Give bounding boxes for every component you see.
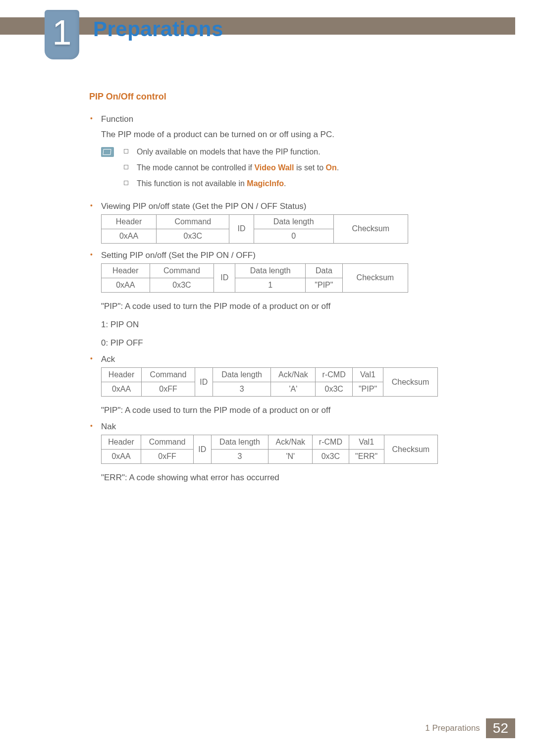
- th-acknak: Ack/Nak: [268, 435, 313, 450]
- footer-bar: 1 Preparations 52: [419, 718, 515, 738]
- pip-off: 0: PIP OFF: [101, 336, 451, 350]
- th-id: ID: [214, 263, 235, 292]
- th-checksum: Checksum: [383, 368, 438, 397]
- viewing-label: Viewing PIP on/off state (Get the PIP ON…: [101, 202, 307, 211]
- td-val1: "ERR": [349, 450, 384, 464]
- chapter-title: Preparations: [93, 17, 223, 41]
- td-acknak: 'N': [268, 450, 313, 464]
- pip-on: 1: PIP ON: [101, 318, 451, 331]
- td-acknak: 'A': [271, 382, 316, 397]
- note-item: Only available on models that have the P…: [123, 146, 339, 158]
- th-datalen: Data length: [235, 263, 306, 278]
- list-item: Function The PIP mode of a product can b…: [89, 114, 451, 194]
- function-label: Function: [101, 114, 133, 124]
- note-block: Only available on models that have the P…: [101, 146, 451, 194]
- th-val1: Val1: [352, 368, 383, 382]
- err-desc: "ERR": A code showing what error has occ…: [101, 471, 451, 484]
- chapter-number: 1: [53, 15, 72, 54]
- th-command: Command: [150, 263, 214, 278]
- td-val1: "PIP": [352, 382, 383, 397]
- th-acknak: Ack/Nak: [271, 368, 316, 382]
- th-id: ID: [229, 214, 254, 243]
- td-rcmd: 0x3C: [313, 450, 349, 464]
- function-desc: The PIP mode of a product can be turned …: [101, 128, 451, 141]
- td-command: 0xFF: [141, 450, 194, 464]
- th-checksum: Checksum: [384, 435, 437, 464]
- page-content: PIP On/Off control Function The PIP mode…: [89, 92, 451, 489]
- highlight: On: [326, 163, 337, 172]
- td-command: 0x3C: [157, 229, 229, 243]
- ack-label: Ack: [101, 354, 115, 364]
- pip-desc: "PIP": A code used to turn the PIP mode …: [101, 300, 451, 313]
- th-command: Command: [141, 435, 194, 450]
- td-datalen: 3: [213, 382, 271, 397]
- note-icon: [101, 147, 114, 157]
- th-checksum: Checksum: [333, 214, 408, 243]
- list-item: Ack Header Command ID Data length Ack/Na…: [89, 354, 451, 417]
- th-header: Header: [102, 263, 150, 278]
- highlight: MagicInfo: [247, 179, 284, 188]
- list-item: Nak Header Command ID Data length Ack/Na…: [89, 422, 451, 484]
- th-data: Data: [305, 263, 342, 278]
- footer-page: 52: [486, 718, 515, 738]
- td-rcmd: 0x3C: [316, 382, 353, 397]
- td-header: 0xAA: [102, 229, 157, 243]
- pip-desc-2: "PIP": A code used to turn the PIP mode …: [101, 403, 451, 417]
- td-datalen: 3: [211, 450, 268, 464]
- td-datalen: 1: [235, 278, 306, 292]
- footer-label: 1 Preparations: [419, 718, 486, 738]
- td-header: 0xAA: [102, 382, 142, 397]
- highlight: Video Wall: [254, 163, 294, 172]
- list-item: Viewing PIP on/off state (Get the PIP ON…: [89, 202, 451, 244]
- td-datalen: 0: [254, 229, 333, 243]
- table-nak: Header Command ID Data length Ack/Nak r-…: [101, 435, 438, 464]
- td-header: 0xAA: [102, 450, 141, 464]
- th-id: ID: [195, 368, 213, 397]
- table-get: Header Command ID Data length Checksum 0…: [101, 214, 408, 244]
- th-datalen: Data length: [213, 368, 271, 382]
- th-id: ID: [194, 435, 211, 464]
- th-datalen: Data length: [254, 214, 333, 229]
- table-ack: Header Command ID Data length Ack/Nak r-…: [101, 367, 438, 397]
- th-command: Command: [157, 214, 229, 229]
- td-header: 0xAA: [102, 278, 150, 292]
- th-command: Command: [142, 368, 195, 382]
- td-command: 0x3C: [150, 278, 214, 292]
- nak-label: Nak: [101, 422, 116, 431]
- table-set: Header Command ID Data length Data Check…: [101, 263, 408, 293]
- th-rcmd: r-CMD: [316, 368, 353, 382]
- th-checksum: Checksum: [342, 263, 408, 292]
- th-val1: Val1: [349, 435, 384, 450]
- note-item: The mode cannot be controlled if Video W…: [123, 162, 339, 174]
- section-title: PIP On/Off control: [89, 92, 451, 102]
- note-list: Only available on models that have the P…: [123, 146, 339, 194]
- td-data: "PIP": [305, 278, 342, 292]
- setting-label: Setting PIP on/off (Set the PIP ON / OFF…: [101, 251, 256, 260]
- td-command: 0xFF: [142, 382, 195, 397]
- th-header: Header: [102, 435, 141, 450]
- th-header: Header: [102, 214, 157, 229]
- note-item: This function is not available in MagicI…: [123, 178, 339, 190]
- chapter-badge: 1: [45, 10, 79, 59]
- th-header: Header: [102, 368, 142, 382]
- th-rcmd: r-CMD: [313, 435, 349, 450]
- th-datalen: Data length: [211, 435, 268, 450]
- list-item: Setting PIP on/off (Set the PIP ON / OFF…: [89, 251, 451, 350]
- main-list: Function The PIP mode of a product can b…: [89, 114, 451, 484]
